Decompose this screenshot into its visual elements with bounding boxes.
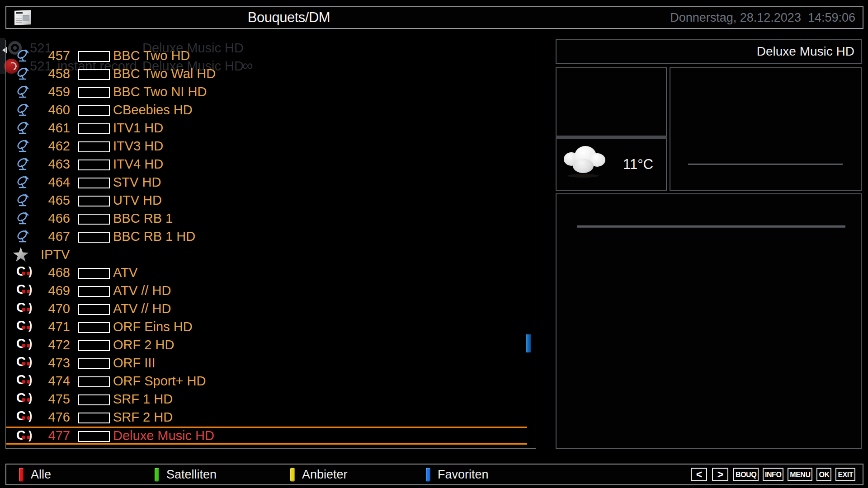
bouquet-button[interactable]: BOUQ [733,468,759,481]
channel-row[interactable]: C) 477 Deluxe Music HD [6,427,527,445]
channel-row[interactable]: C) 471 ORF Eins HD [6,318,527,336]
channel-number: 471 [31,319,70,334]
channel-row[interactable]: C) 470 ATV // HD [6,300,527,318]
satellite-dish-icon [16,84,31,100]
channel-row[interactable]: C) 459 BBC Two NI HD [6,83,527,101]
channel-row[interactable]: C) 458 BBC Two Wal HD [6,65,527,83]
channel-name: STV HD [113,175,161,190]
cloudy-icon [563,146,608,178]
ok-button[interactable]: OK [816,468,831,481]
channel-number: 462 [31,139,70,154]
channel-row[interactable]: C) 469 ATV // HD [6,282,527,300]
channel-row[interactable]: C) 466 BBC RB 1 [6,210,527,228]
satellite-dish-icon [16,229,31,244]
temperature-value: 11°C [623,156,653,173]
channel-number: 468 [31,265,70,280]
channel-row[interactable]: C) 461 ITV1 HD [6,119,527,137]
channel-row[interactable]: C) 462 ITV3 HD [6,137,527,155]
channel-name: SRF 1 HD [113,392,173,407]
detail-info-box [556,193,862,449]
channel-name: ORF Eins HD [113,319,193,334]
satellite-dish-icon [16,175,31,190]
green-button-label: Satelliten [166,468,217,482]
channel-name: SRF 2 HD [113,410,173,425]
satellite-dish-icon [16,48,31,64]
channel-row[interactable]: C) 473 ORF III [6,354,527,372]
event-progress-bar [78,304,110,315]
red-button-label: Alle [31,468,51,482]
channel-number: 473 [31,356,70,371]
channel-row[interactable]: C) IPTV [6,246,527,264]
list-scrollbar[interactable] [526,45,531,446]
channel-number: 459 [31,84,70,99]
channel-row[interactable]: C) 460 CBeebies HD [6,101,527,119]
event-progress-bar [78,358,110,369]
channel-name: ATV // HD [113,283,171,298]
blue-button-icon [426,468,430,481]
channel-name: ATV [113,265,137,280]
channel-name: ATV // HD [113,301,171,316]
red-button[interactable]: Alle [19,468,51,482]
channel-row[interactable]: C) 467 BBC RB 1 HD [6,228,527,246]
channel-row[interactable]: C) 475 SRF 1 HD [6,390,527,408]
channel-number: 458 [31,66,70,81]
event-progress-bar [78,394,110,405]
channel-name: ITV4 HD [113,157,163,172]
footer-button-bar: Alle Satelliten Anbieter Favoriten < > B… [5,464,863,485]
page-title: Bouquets/DM [248,9,330,26]
channel-number: 465 [31,193,70,208]
satellite-dish-icon [16,121,31,136]
event-progress-bar [78,214,110,225]
channel-name: ORF III [113,356,155,371]
weather-divider [556,136,667,139]
event-progress-bar [78,69,110,80]
event-separator-line [688,164,843,165]
event-progress-bar [78,123,110,134]
prev-button[interactable]: < [691,468,707,481]
green-button-icon [155,468,159,481]
current-service-header: Deluxe Music HD [556,39,862,64]
exit-button[interactable]: EXIT [835,468,855,481]
blue-button[interactable]: Favoriten [426,468,489,482]
channel-number: 457 [31,48,70,63]
yellow-button-icon [290,468,295,481]
channel-list: C) 457 BBC Two HD C) 458 BBC Two Wal HD [6,47,527,445]
channel-row[interactable]: C) 476 SRF 2 HD [6,408,527,427]
event-progress-bar [78,286,110,297]
event-progress-bar [78,141,110,152]
event-progress-bar [78,160,110,170]
channel-number: 476 [31,410,70,425]
satellite-dish-icon [16,139,31,154]
channel-name: IPTV [41,247,70,262]
channel-list-panel: C) 457 BBC Two HD C) 458 BBC Two Wal HD [5,40,536,449]
channel-row[interactable]: C) 468 ATV [6,264,527,282]
channel-number: 461 [31,121,70,136]
green-button[interactable]: Satelliten [155,468,217,482]
yellow-button[interactable]: Anbieter [290,468,348,482]
channel-number: 467 [31,229,70,244]
channel-name: ITV3 HD [113,139,163,154]
satellite-dish-icon [16,211,31,226]
event-info-box [670,67,862,191]
channel-row[interactable]: C) 472 ORF 2 HD [6,336,527,354]
channel-row[interactable]: C) 474 ORF Sport+ HD [6,372,527,390]
channel-row[interactable]: C) 457 BBC Two HD [6,47,527,65]
scrollbar-thumb[interactable] [526,334,531,352]
channel-row[interactable]: C) 465 UTV HD [6,192,527,210]
event-progress-bar [78,87,110,98]
channel-row[interactable]: C) 463 ITV4 HD [6,155,527,174]
next-button[interactable]: > [712,468,728,481]
channel-number: 460 [31,103,70,117]
channel-number: 464 [31,175,70,190]
menu-button[interactable]: MENU [788,468,812,481]
event-progress-bar [78,196,110,206]
channel-row[interactable]: C) 464 STV HD [6,174,527,192]
event-progress-bar [78,51,110,62]
channel-number: 477 [31,428,70,443]
channel-name: BBC RB 1 HD [113,229,195,244]
event-progress-bar [78,105,110,116]
satellite-dish-icon [16,157,31,172]
info-button[interactable]: INFO [763,468,783,481]
event-progress-bar [78,322,110,333]
event-progress-bar [78,376,110,387]
